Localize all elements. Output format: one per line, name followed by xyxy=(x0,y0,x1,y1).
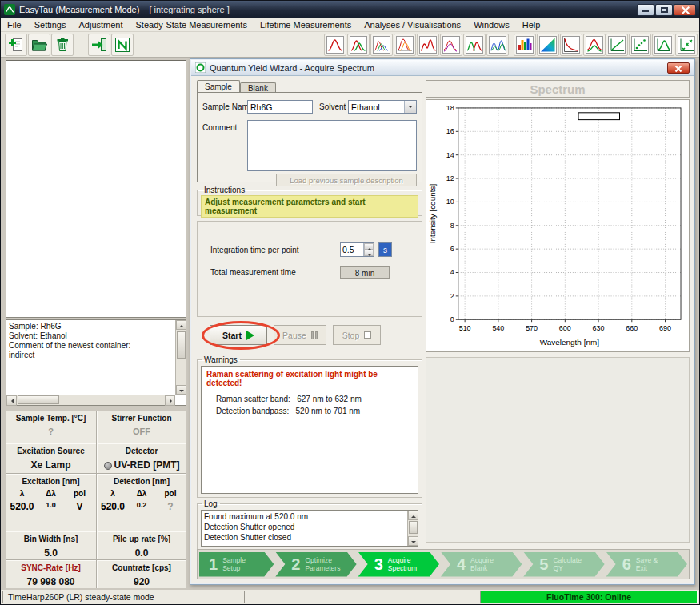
spectra-red-green-icon[interactable] xyxy=(347,34,370,56)
container-listbox[interactable] xyxy=(6,60,186,318)
spectrum-panel-title: Spectrum xyxy=(426,80,690,98)
spectra-triple-icon[interactable] xyxy=(486,34,509,56)
maximize-button[interactable] xyxy=(655,4,673,16)
gradient-map-icon[interactable] xyxy=(537,34,559,56)
wizard-close-button[interactable] xyxy=(667,62,690,74)
menu-windows[interactable]: Windows xyxy=(467,19,516,30)
comment-textarea[interactable] xyxy=(247,120,417,171)
open-icon[interactable] xyxy=(28,34,50,56)
spectra-pair-icon[interactable] xyxy=(463,34,486,56)
sample-info-vscrollbar[interactable] xyxy=(175,320,186,395)
measurement-settings-panel: Integration time per point s Total measu… xyxy=(197,221,422,317)
wizard-form-column: Sample Blank Sample Name Solvent Ethanol… xyxy=(197,80,422,605)
svg-text:8: 8 xyxy=(450,222,454,230)
warning-detail-line: Raman scatter band: 627 nm to 632 nm xyxy=(206,393,413,405)
integration-time-spinbox[interactable] xyxy=(340,242,374,257)
sample-name-input[interactable] xyxy=(247,100,313,114)
app-icon xyxy=(4,4,15,15)
spin-up-icon[interactable] xyxy=(364,243,374,250)
scroll-right-icon[interactable] xyxy=(165,395,175,406)
spectra-multi-icon[interactable] xyxy=(370,34,393,56)
menu-adjustment[interactable]: Adjustment xyxy=(72,19,129,30)
solvent-label: Solvent xyxy=(319,102,346,111)
start-button[interactable]: Start xyxy=(210,325,267,345)
window-title: EasyTau (Measurement Mode) xyxy=(19,5,139,14)
quantum-yield-wizard-window: Quantum Yield Wizard - Acquire Spectrum … xyxy=(190,58,695,585)
integration-unit-select[interactable]: s xyxy=(378,242,392,257)
linear-plot-icon[interactable] xyxy=(606,34,628,56)
scroll-down-icon[interactable] xyxy=(408,536,418,546)
window-mode-suffix: [ integrating sphere ] xyxy=(149,5,229,14)
sample-info-hscrollbar[interactable] xyxy=(6,395,175,405)
delta-lambda-header: Δλ xyxy=(127,489,156,498)
load-previous-sample-button[interactable]: Load previous sample description xyxy=(276,174,417,186)
scroll-thumb[interactable] xyxy=(409,521,418,534)
svg-text:10: 10 xyxy=(446,198,454,206)
scatter-plot-icon[interactable] xyxy=(629,34,651,56)
menu-help[interactable]: Help xyxy=(516,19,547,30)
export-icon[interactable] xyxy=(88,34,110,56)
warning-detail-line: Detection bandpass: 520 nm to 701 nm xyxy=(206,405,413,417)
svg-text:4: 4 xyxy=(450,268,454,276)
fit-plot-icon[interactable] xyxy=(652,34,674,56)
log-vscrollbar[interactable] xyxy=(407,511,418,546)
svg-text:600: 600 xyxy=(559,324,571,332)
titlebar: EasyTau (Measurement Mode) [ integrating… xyxy=(1,1,699,18)
instruction-text: Adjust measurement parameters and start … xyxy=(201,195,418,218)
menu-settings[interactable]: Settings xyxy=(28,19,73,30)
scroll-thumb[interactable] xyxy=(18,395,59,404)
wizard-step-6-save-exit[interactable]: 6Save &Exit xyxy=(606,552,687,577)
solvent-select[interactable]: Ethanol xyxy=(348,100,417,114)
wizard-titlebar[interactable]: Quantum Yield Wizard - Acquire Spectrum xyxy=(191,60,694,76)
menu-file[interactable]: File xyxy=(1,19,28,30)
close-button[interactable] xyxy=(674,4,696,16)
sync-rate-label: SYNC-Rate [Hz] xyxy=(6,563,96,572)
spectra-overlay-icon[interactable] xyxy=(394,34,416,56)
menu-analyses-visualisations[interactable]: Analyses / Visualisations xyxy=(358,19,467,30)
instrument-status-panel: Sample Temp. [°C] ? Stirrer Function OFF… xyxy=(6,411,186,588)
wizard-step-3-acquire-spectrum[interactable]: 3AcquireSpectrum xyxy=(358,552,439,577)
sample-tab-panel: Sample Name Solvent Ethanol Comment Load… xyxy=(197,92,422,182)
stop-button[interactable]: Stop xyxy=(333,325,381,345)
tab-sample[interactable]: Sample xyxy=(197,80,240,93)
total-time-value: 8 min xyxy=(340,266,390,279)
delete-icon[interactable] xyxy=(51,34,74,56)
detection-lambda-value: 520.0 xyxy=(98,501,127,512)
svg-text:6: 6 xyxy=(450,245,454,253)
wizard-step-5-calculate-qy[interactable]: 5CalculateQY xyxy=(523,552,604,577)
pause-button[interactable]: Pause xyxy=(274,325,326,345)
integration-time-input[interactable] xyxy=(341,243,363,256)
excitation-label: Excitation [nm] xyxy=(6,477,96,486)
warnings-group: Warnings Raman scattering of excitation … xyxy=(197,355,422,498)
scroll-down-icon[interactable] xyxy=(176,385,186,395)
sample-name-label: Sample Name xyxy=(202,102,253,111)
chevron-down-icon[interactable] xyxy=(404,101,416,113)
new-measurement-icon[interactable] xyxy=(5,34,27,56)
wizard-step-1-sample-setup[interactable]: 1SampleSetup xyxy=(199,552,274,577)
marker-plot-icon[interactable] xyxy=(675,34,698,56)
kinetics-icon[interactable] xyxy=(560,34,582,56)
spectrum-red-icon[interactable] xyxy=(324,34,346,56)
wizard-step-2-optimize-parameters[interactable]: 2OptimizeParameters xyxy=(275,552,356,577)
scroll-up-icon[interactable] xyxy=(176,320,186,330)
svg-text:18: 18 xyxy=(446,104,454,112)
stirrer-label: Stirrer Function xyxy=(97,414,186,423)
wizard-step-4-acquire-blank[interactable]: 4AcquireBlank xyxy=(441,552,522,577)
spin-down-icon[interactable] xyxy=(364,250,374,256)
sample-blank-tabs: Sample Blank xyxy=(197,80,276,93)
menu-lifetime-measurements[interactable]: Lifetime Measurements xyxy=(254,19,358,30)
histogram-icon[interactable] xyxy=(514,34,536,56)
main-area: Sample: Rh6GSolvent: EthanolComment of t… xyxy=(1,58,699,590)
spectra-stack-icon[interactable] xyxy=(440,34,462,56)
multi-trace-icon[interactable] xyxy=(583,34,606,56)
spectrum-peaks-icon[interactable] xyxy=(417,34,439,56)
svg-text:0: 0 xyxy=(450,315,454,323)
scroll-left-icon[interactable] xyxy=(6,395,17,406)
menu-steady-state-measurements[interactable]: Steady-State Measurements xyxy=(130,19,254,30)
detach-icon[interactable] xyxy=(111,34,134,56)
scroll-thumb[interactable] xyxy=(177,331,186,359)
wizard-title: Quantum Yield Wizard - Acquire Spectrum xyxy=(210,63,374,73)
scroll-up-icon[interactable] xyxy=(408,511,418,520)
log-group: Log Found maximum at 520.0 nmDetection S… xyxy=(197,499,422,551)
minimize-button[interactable] xyxy=(637,4,654,16)
